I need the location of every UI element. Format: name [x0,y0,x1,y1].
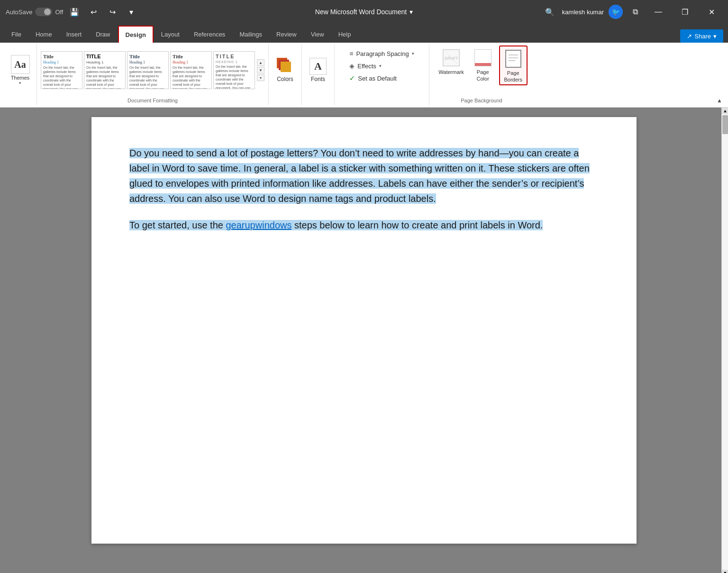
effects-button[interactable]: ◈ Effects ▾ [346,61,417,71]
tab-review[interactable]: Review [270,26,303,43]
selected-text-1: Do you need to send a lot of postage let… [129,148,590,204]
share-button[interactable]: ↗ Share ▾ [680,29,723,43]
content-area: ▲ ▼ Do you need to send a lot of postage… [0,108,728,573]
user-name: kamlesh kumar [562,9,604,16]
ribbon-collapse-button[interactable]: ▲ [715,96,724,105]
paragraph-spacing-arrow-icon: ▾ [412,51,414,56]
tab-draw[interactable]: Draw [89,26,117,43]
doc-format-content: Title Heading 1 On the Insert tab, the g… [41,45,264,104]
vertical-scrollbar[interactable]: ▲ ▼ [721,108,728,573]
page-bg-buttons: DRAFT Watermark Page Color [436,45,527,95]
tab-layout[interactable]: Layout [155,26,186,43]
page-borders-label2: Borders [504,77,522,82]
tab-mailings[interactable]: Mailings [233,26,269,43]
scroll-up-icon[interactable]: ▲ [257,59,264,66]
user-avatar[interactable]: 🐦 [609,5,623,19]
paragraph-2: To get started, use the gearupwindows st… [129,218,599,233]
format-thumb-4[interactable]: Title Heading 1 On the Insert tab, the g… [170,51,212,89]
ft-title-2: TITLE [86,54,123,59]
scroll-arrows: ▲ ▼ ▾ [257,59,264,81]
page-color-label2: Color [477,76,489,82]
format-thumb-1[interactable]: Title Heading 1 On the Insert tab, the g… [41,51,82,89]
quick-access-dropdown-icon[interactable]: ▾ [124,4,139,19]
fonts-group: A Fonts [302,45,335,105]
para-options: ≡ Paragraph Spacing ▾ ◈ Effects ▾ ✓ Set … [346,48,417,92]
svg-rect-5 [506,50,521,67]
ft-h1-2: Heading 1 [86,60,123,64]
tab-help[interactable]: Help [332,26,358,43]
tab-design[interactable]: Design [118,26,154,43]
page-color-label: Page [477,69,489,75]
page-bg-content: DRAFT Watermark Page Color [436,45,527,104]
format-thumb-5[interactable]: TITLE HEADING 1 On the Insert tab, the g… [213,51,255,89]
undo-icon[interactable]: ↩ [86,4,101,19]
ribbon: Aa Themes ▾ Title Heading 1 On the Inser… [0,43,728,108]
scroll-down-icon[interactable]: ▼ [257,67,264,73]
set-as-default-button[interactable]: ✓ Set as Default [346,73,417,83]
effects-label: Effects [357,63,376,70]
colors-button[interactable]: Colors [273,56,298,84]
ribbon-tab-right: ↗ Share ▾ [680,29,723,43]
set-as-default-label: Set as Default [358,75,397,82]
ft-title-3: Title [129,54,166,59]
scrollbar-down-icon[interactable]: ▼ [722,570,728,573]
page-color-stripe [475,63,491,66]
restore-window-icon[interactable]: ⧉ [628,4,643,19]
ribbon-tabs: File Home Insert Draw Design Layout Refe… [0,24,728,43]
page-borders-label: Page [507,70,519,76]
restore-button[interactable]: ❐ [674,4,696,19]
watermark-label: Watermark [438,69,464,75]
page-color-button[interactable]: Page Color [469,45,497,83]
svg-text:🐦: 🐦 [612,8,620,16]
format-thumb-2[interactable]: TITLE Heading 1 On the Insert tab, the g… [84,51,126,89]
ft-body-3: On the Insert tab, the galleries include… [129,65,166,89]
redo-icon[interactable]: ↪ [105,4,120,19]
search-icon[interactable]: 🔍 [542,4,557,19]
gearupwindows-link[interactable]: gearupwindows [226,220,291,230]
format-thumb-3[interactable]: Title Heading 1 On the Insert tab, the g… [127,51,169,89]
themes-button[interactable]: Aa Themes ▾ [8,53,33,87]
page-borders-button[interactable]: Page Borders [499,45,528,85]
tab-home[interactable]: Home [29,26,59,43]
colors-icon [277,58,294,75]
tab-insert[interactable]: Insert [60,26,89,43]
autosave: AutoSave Off [6,8,63,16]
document-title: New Microsoft Word Document ▾ [315,8,413,16]
fonts-label: Fonts [311,76,325,82]
autosave-state: Off [55,9,63,16]
tab-view[interactable]: View [304,26,331,43]
title-bar: AutoSave Off 💾 ↩ ↪ ▾ New Microsoft Word … [0,0,728,24]
ft-body-2: On the Insert tab, the galleries include… [86,65,123,89]
paragraph-spacing-button[interactable]: ≡ Paragraph Spacing ▾ [346,48,417,59]
scrollbar-thumb[interactable] [722,115,728,134]
selected-text-2-end: steps below to learn how to create and p… [291,220,543,230]
watermark-button[interactable]: DRAFT Watermark [436,45,466,77]
themes-label: Themes [11,75,30,81]
themes-arrow-icon: ▾ [19,81,21,85]
document-page: Do you need to send a lot of postage let… [91,117,637,544]
fonts-button[interactable]: A Fonts [306,56,330,84]
scroll-expand-icon[interactable]: ▾ [257,74,264,81]
minimize-button[interactable]: — [647,4,669,19]
ft-body-5: On the Insert tab, the galleries include… [216,64,253,89]
scrollbar-up-icon[interactable]: ▲ [722,108,728,114]
close-button[interactable]: ✕ [701,4,722,19]
save-icon[interactable]: 💾 [67,4,82,19]
title-caret-icon[interactable]: ▾ [410,8,413,16]
selected-text-2-start: To get started, use the [129,220,226,230]
colors-content: Colors [273,45,298,104]
watermark-icon-inner: DRAFT [443,49,460,66]
para-spacing-content: ≡ Paragraph Spacing ▾ ◈ Effects ▾ ✓ Set … [346,45,417,104]
themes-icon: Aa [11,55,30,74]
themes-group: Aa Themes ▾ [4,45,37,105]
para-spacing-group: ≡ Paragraph Spacing ▾ ◈ Effects ▾ ✓ Set … [335,45,429,105]
colors-label: Colors [277,76,293,82]
page-color-icon-inner [474,49,491,66]
autosave-toggle[interactable] [35,8,52,16]
effects-arrow-icon: ▾ [379,64,382,68]
document-text: Do you need to send a lot of postage let… [129,146,599,233]
colors-group: Colors [269,45,302,105]
tab-references[interactable]: References [187,26,232,43]
tab-file[interactable]: File [5,26,28,43]
document-formatting-group: Title Heading 1 On the Insert tab, the g… [37,45,269,105]
